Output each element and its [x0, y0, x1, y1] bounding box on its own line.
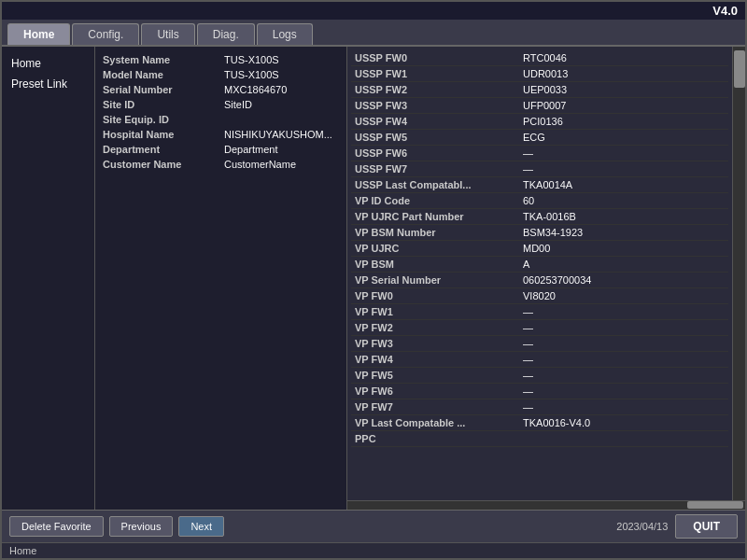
table-row: USSP FW1UDR0013: [351, 66, 728, 82]
info-row-hospital-name: Hospital Name NISHIKUYAKUSHOM...: [103, 129, 339, 140]
version-label: V4.0: [712, 4, 738, 18]
data-content-row: USSP FW0RTC0046USSP FW1UDR0013USSP FW2UE…: [347, 47, 745, 500]
table-row: VP UJRCMD00: [351, 241, 728, 257]
main-window: V4.0 Home Config. Utils Diag. Logs Home …: [0, 0, 747, 560]
data-key-label: USSP FW2: [355, 84, 523, 95]
info-row-serial-number: Serial Number MXC1864670: [103, 84, 339, 95]
delete-favorite-button[interactable]: Delete Favorite: [9, 516, 104, 537]
data-key-label: USSP FW0: [355, 52, 523, 63]
data-key-label: VP FW3: [355, 338, 523, 349]
data-value-label: 060253700034: [523, 274, 725, 286]
data-key-label: VP FW2: [355, 322, 523, 333]
main-area: Home Preset Link System Name TUS-X100S M…: [2, 47, 745, 510]
info-row-model-name: Model Name TUS-X100S: [103, 69, 339, 80]
tab-logs[interactable]: Logs: [257, 23, 313, 45]
table-row: VP BSM NumberBSM34-1923: [351, 225, 728, 241]
data-value-label: —: [523, 306, 725, 317]
data-key-label: USSP FW3: [355, 100, 523, 111]
data-value-label: ECG: [523, 132, 725, 143]
info-row-customer-name: Customer Name CustomerName: [103, 159, 339, 170]
table-row: USSP FW5ECG: [351, 130, 728, 146]
sidebar: Home Preset Link: [2, 47, 95, 510]
table-row: VP Serial Number060253700034: [351, 273, 728, 288]
tab-diag[interactable]: Diag.: [197, 23, 255, 45]
data-panel-wrapper: USSP FW0RTC0046USSP FW1UDR0013USSP FW2UE…: [347, 47, 745, 510]
table-row: USSP FW4PCI0136: [351, 114, 728, 130]
data-key-label: VP FW0: [355, 290, 523, 301]
table-row: USSP FW7—: [351, 161, 728, 177]
data-value-label: VI8020: [523, 290, 725, 301]
quit-button[interactable]: QUIT: [675, 514, 738, 539]
table-row: USSP FW3UFP0007: [351, 98, 728, 114]
vertical-scrollbar[interactable]: [732, 47, 745, 500]
table-row: VP FW5—: [351, 368, 728, 384]
data-value-label: TKA0016-V4.0: [523, 417, 725, 428]
table-row: VP FW3—: [351, 336, 728, 352]
table-row: VP Last Compatable ...TKA0016-V4.0: [351, 415, 728, 431]
data-value-label: RTC0046: [523, 52, 725, 63]
bottom-left: Delete Favorite Previous Next: [9, 516, 224, 537]
table-row: VP ID Code60: [351, 193, 728, 209]
data-value-label: —: [523, 322, 725, 333]
data-key-label: USSP Last Compatabl...: [355, 179, 523, 190]
next-button[interactable]: Next: [178, 516, 224, 537]
sidebar-item-home[interactable]: Home: [6, 54, 91, 73]
data-value-label: BSM34-1923: [523, 227, 725, 238]
bottom-footer: Home: [2, 542, 745, 558]
scrollbar-thumb[interactable]: [734, 50, 745, 88]
tab-home[interactable]: Home: [7, 23, 70, 45]
status-label: Home: [9, 545, 36, 556]
table-row: USSP Last Compatabl...TKA0014A: [351, 177, 728, 193]
horizontal-scrollbar[interactable]: [347, 500, 745, 510]
tab-utils[interactable]: Utils: [141, 23, 194, 45]
data-key-label: PPC: [355, 433, 523, 444]
data-key-label: VP UJRC: [355, 243, 523, 254]
previous-button[interactable]: Previous: [109, 516, 174, 537]
table-row: VP FW1—: [351, 304, 728, 320]
data-key-label: VP FW7: [355, 401, 523, 413]
table-row: VP FW6—: [351, 384, 728, 399]
data-key-label: VP Serial Number: [355, 274, 523, 286]
data-key-label: VP BSM Number: [355, 227, 523, 238]
info-row-system-name: System Name TUS-X100S: [103, 54, 339, 65]
data-value-label: A: [523, 259, 725, 270]
info-row-site-equip-id: Site Equip. ID: [103, 114, 339, 125]
tab-config[interactable]: Config.: [72, 23, 139, 45]
data-value-label: —: [523, 163, 725, 175]
data-key-label: VP Last Compatable ...: [355, 417, 523, 428]
sidebar-item-preset-link[interactable]: Preset Link: [6, 75, 91, 93]
data-table[interactable]: USSP FW0RTC0046USSP FW1UDR0013USSP FW2UE…: [347, 47, 732, 500]
table-row: VP FW7—: [351, 399, 728, 415]
system-info-panel: System Name TUS-X100S Model Name TUS-X10…: [95, 47, 347, 510]
data-value-label: TKA-0016B: [523, 211, 725, 222]
data-key-label: USSP FW7: [355, 163, 523, 175]
table-row: VP FW0VI8020: [351, 288, 728, 304]
table-row: USSP FW6—: [351, 146, 728, 161]
data-value-label: —: [523, 338, 725, 349]
data-key-label: VP UJRC Part Number: [355, 211, 523, 222]
version-bar: V4.0: [2, 2, 745, 20]
data-key-label: VP FW4: [355, 354, 523, 365]
date-display: 2023/04/13: [616, 521, 668, 532]
data-key-label: USSP FW6: [355, 147, 523, 159]
data-key-label: VP FW5: [355, 370, 523, 381]
data-value-label: MD00: [523, 243, 725, 254]
data-value-label: —: [523, 147, 725, 159]
data-key-label: USSP FW4: [355, 116, 523, 127]
data-key-label: VP FW1: [355, 306, 523, 317]
table-row: USSP FW0RTC0046: [351, 50, 728, 66]
h-scrollbar-thumb[interactable]: [687, 501, 743, 509]
data-value-label: [523, 433, 725, 444]
data-value-label: UEP0033: [523, 84, 725, 95]
tab-bar: Home Config. Utils Diag. Logs: [2, 20, 745, 47]
table-row: VP BSMA: [351, 257, 728, 273]
data-value-label: UDR0013: [523, 68, 725, 79]
data-value-label: —: [523, 385, 725, 397]
data-key-label: VP FW6: [355, 385, 523, 397]
info-row-department: Department Department: [103, 144, 339, 155]
data-value-label: —: [523, 370, 725, 381]
data-value-label: —: [523, 401, 725, 413]
info-row-site-id: Site ID SiteID: [103, 99, 339, 110]
data-key-label: VP ID Code: [355, 195, 523, 206]
data-value-label: UFP0007: [523, 100, 725, 111]
